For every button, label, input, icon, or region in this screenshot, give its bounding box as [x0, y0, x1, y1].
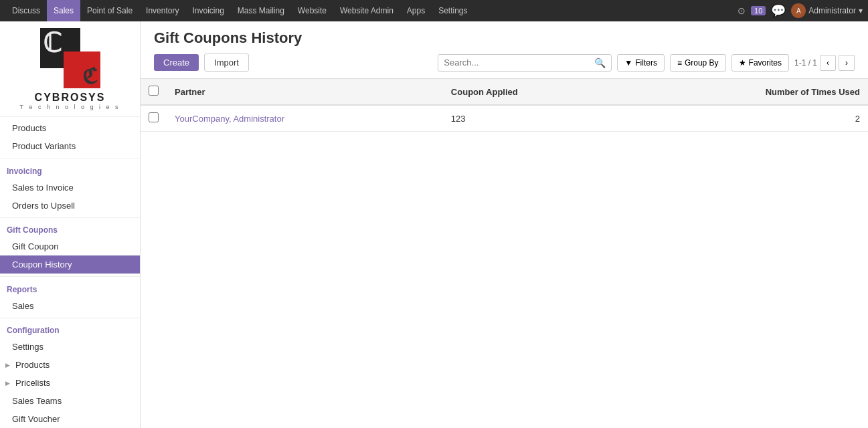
nav-website[interactable]: Website: [291, 0, 333, 21]
pagination: 1-1 / 1 ‹ ›: [794, 55, 855, 71]
filter-icon: ▼: [624, 58, 632, 68]
cell-partner: YourCompany, Administrator: [167, 105, 443, 132]
table-header-row: Partner Coupon Applied Number of Times U…: [141, 79, 868, 105]
create-button[interactable]: Create: [154, 54, 199, 71]
import-button[interactable]: Import: [204, 54, 249, 72]
sidebar-section-configuration: Configuration: [0, 320, 140, 338]
filters-label: Filters: [635, 58, 657, 68]
notification-badge[interactable]: 10: [751, 6, 766, 15]
group-by-button[interactable]: ≡ Group By: [670, 54, 726, 72]
nav-right: ⊙ 10 💬 A Administrator ▾: [737, 3, 863, 18]
menu-icon: ≡: [677, 58, 682, 68]
sidebar-section-invoicing: Invoicing: [0, 161, 140, 179]
search-box[interactable]: 🔍: [438, 54, 612, 72]
row-checkbox-cell: [141, 105, 167, 132]
sidebar-item-gift-coupon[interactable]: Gift Coupon: [0, 237, 140, 255]
search-input[interactable]: [444, 58, 594, 68]
logo-letter-c-white: ℂ: [43, 30, 62, 57]
star-icon: ★: [739, 58, 746, 68]
toolbar-right: 🔍 ▼ Filters ≡ Group By ★ Favorites: [438, 54, 855, 72]
page-title: Gift Coupons History: [154, 29, 855, 47]
sidebar-item-coupon-history[interactable]: Coupon History: [0, 255, 140, 274]
pagination-next[interactable]: ›: [839, 55, 855, 71]
nav-website-admin[interactable]: Website Admin: [333, 0, 400, 21]
odoo-icon[interactable]: ⊙: [737, 5, 746, 16]
favorites-label: Favorites: [749, 58, 782, 68]
gift-coupons-table: Partner Coupon Applied Number of Times U…: [141, 79, 868, 132]
sidebar-item-config-sales-teams[interactable]: Sales Teams: [0, 392, 140, 410]
admin-button[interactable]: A Administrator ▾: [791, 3, 863, 18]
main-layout: ℂ ℭ CYBROSYS T e c h n o l o g i e s Pro…: [0, 21, 868, 428]
pagination-prev[interactable]: ‹: [820, 55, 836, 71]
page-header: Gift Coupons History Create Import 🔍 ▼ F…: [141, 21, 868, 79]
sidebar-logo: ℂ ℭ: [40, 28, 100, 88]
toolbar: Create Import 🔍 ▼ Filters ≡ Group By: [154, 54, 855, 78]
logo-letter-c-dark: ℭ: [82, 66, 98, 87]
nav-discuss[interactable]: Discuss: [5, 0, 47, 21]
sidebar-item-sales-to-invoice[interactable]: Sales to Invoice: [0, 179, 140, 197]
admin-label: Administrator: [808, 6, 856, 15]
sidebar-item-reports-sales[interactable]: Sales: [0, 297, 140, 315]
pagination-count: 1-1 / 1: [794, 58, 817, 68]
brand-name: CYBROSYS: [35, 92, 106, 104]
nav-invoicing[interactable]: Invoicing: [185, 0, 230, 21]
row-checkbox[interactable]: [149, 112, 159, 122]
admin-chevron-icon: ▾: [859, 6, 863, 15]
brand-sub: T e c h n o l o g i e s: [20, 104, 120, 110]
sidebar-logo-area: ℂ ℭ CYBROSYS T e c h n o l o g i e s: [0, 21, 140, 114]
nav-settings[interactable]: Settings: [432, 0, 474, 21]
select-all-checkbox[interactable]: [149, 86, 159, 96]
header-partner: Partner: [167, 79, 443, 105]
nav-pos[interactable]: Point of Sale: [80, 0, 139, 21]
nav-inventory[interactable]: Inventory: [139, 0, 185, 21]
sidebar: ℂ ℭ CYBROSYS T e c h n o l o g i e s Pro…: [0, 21, 141, 428]
favorites-button[interactable]: ★ Favorites: [731, 54, 789, 72]
nav-sales[interactable]: Sales: [47, 0, 80, 21]
search-icon[interactable]: 🔍: [594, 58, 606, 68]
content-area: Gift Coupons History Create Import 🔍 ▼ F…: [141, 21, 868, 428]
chat-icon[interactable]: 💬: [771, 3, 786, 18]
filters-button[interactable]: ▼ Filters: [617, 54, 665, 72]
sidebar-section-reports: Reports: [0, 280, 140, 297]
partner-link[interactable]: YourCompany, Administrator: [175, 114, 284, 124]
header-coupon-applied: Coupon Applied: [443, 79, 625, 105]
group-by-label: Group By: [685, 58, 719, 68]
header-checkbox-col: [141, 79, 167, 105]
nav-apps[interactable]: Apps: [400, 0, 432, 21]
nav-mass-mailing[interactable]: Mass Mailing: [231, 0, 291, 21]
sidebar-item-product-variants[interactable]: Product Variants: [0, 137, 140, 155]
admin-avatar: A: [791, 3, 806, 18]
header-times-used: Number of Times Used: [625, 79, 868, 105]
top-navigation: Discuss Sales Point of Sale Inventory In…: [0, 0, 868, 21]
cell-coupon-applied: 123: [443, 105, 625, 132]
sidebar-item-orders-to-upsell[interactable]: Orders to Upsell: [0, 197, 140, 215]
sidebar-item-config-gift-voucher[interactable]: Gift Voucher: [0, 410, 140, 428]
nav-items: Discuss Sales Point of Sale Inventory In…: [5, 0, 737, 21]
cell-times-used: 2: [625, 105, 868, 132]
sidebar-item-config-settings[interactable]: Settings: [0, 338, 140, 356]
sidebar-item-config-pricelists[interactable]: Pricelists: [0, 374, 140, 392]
table-row[interactable]: YourCompany, Administrator 123 2: [141, 105, 868, 132]
table-container: Partner Coupon Applied Number of Times U…: [141, 79, 868, 428]
sidebar-item-products[interactable]: Products: [0, 119, 140, 137]
sidebar-section-gift-coupons: Gift Coupons: [0, 220, 140, 237]
sidebar-item-config-products[interactable]: Products: [0, 356, 140, 374]
